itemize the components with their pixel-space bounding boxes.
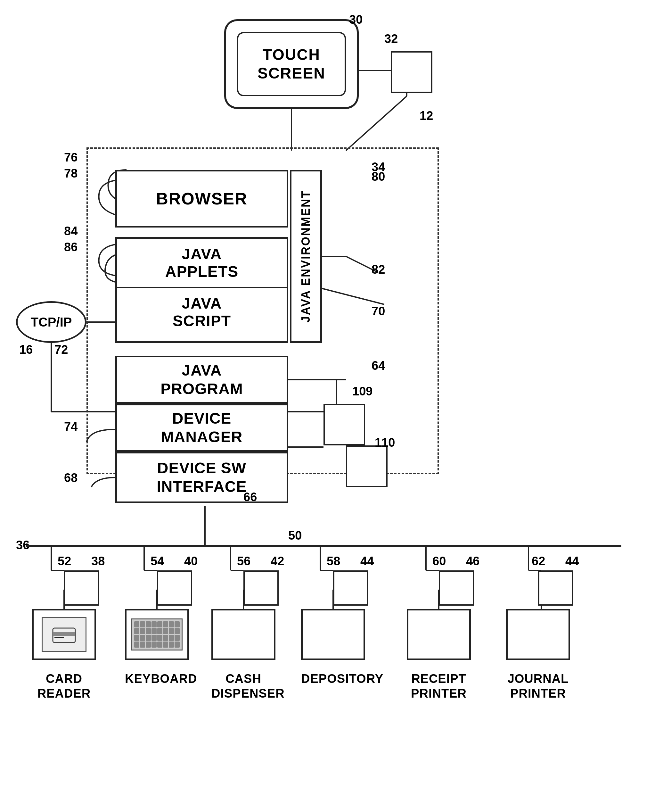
- journal-printer-label: JOURNALPRINTER: [506, 672, 570, 701]
- ref-110: 110: [375, 436, 395, 450]
- card-reader-box: [32, 609, 96, 660]
- depository-label: DEPOSITORY: [301, 672, 365, 686]
- cash-dispenser-box: [211, 609, 276, 660]
- keyboard-label: KEYBOARD: [125, 672, 189, 686]
- card-icon-svg: [51, 625, 77, 644]
- java-script-label: JAVASCRIPT: [117, 288, 287, 336]
- device-manager-box: DEVICEMANAGER: [115, 404, 288, 452]
- tcpip-ellipse: TCP/IP: [16, 301, 87, 343]
- tcpip-label: TCP/IP: [31, 315, 72, 329]
- depository-group: 58 44 DEPOSITORY: [301, 570, 336, 606]
- ref-74: 74: [64, 420, 78, 433]
- ref-16: 16: [19, 343, 33, 357]
- java-applets-label: JAVAAPPLETS: [117, 239, 287, 288]
- box-52: [64, 570, 99, 606]
- card-reader-label: CARDREADER: [32, 672, 96, 701]
- box-62: [538, 570, 573, 606]
- receipt-printer-label: RECEIPTPRINTER: [407, 672, 471, 701]
- card-reader-group: 52 38 CARDREADER: [32, 570, 67, 606]
- receipt-printer-box: [407, 609, 471, 660]
- bus-line: [26, 545, 622, 547]
- ref-40: 40: [184, 554, 198, 568]
- touch-screen-inner: TOUCHSCREEN: [237, 32, 346, 96]
- box-110: [346, 445, 388, 487]
- ref-62: 62: [532, 554, 545, 568]
- ref-54: 54: [150, 554, 164, 568]
- browser-label: BROWSER: [156, 189, 248, 208]
- ref-72: 72: [54, 343, 68, 357]
- ref-44b: 44: [565, 554, 579, 568]
- ref-46: 46: [466, 554, 479, 568]
- ref-68: 68: [64, 471, 78, 485]
- box-56: [244, 570, 279, 606]
- box-32: [391, 51, 433, 93]
- ref-86: 86: [64, 241, 78, 254]
- java-applets-box: JAVAAPPLETS JAVASCRIPT: [115, 237, 288, 343]
- ref-34: 34: [371, 160, 385, 174]
- ref-84: 84: [64, 224, 78, 238]
- touch-screen-label: TOUCHSCREEN: [257, 46, 325, 82]
- ref-64: 64: [371, 359, 385, 373]
- java-env-label: JAVA ENVIRONMENT: [299, 190, 313, 322]
- ref-12: 12: [420, 109, 433, 123]
- keyboard-icon: [131, 618, 182, 650]
- ref-60: 60: [433, 554, 446, 568]
- ref-32: 32: [384, 32, 398, 46]
- depository-box: [301, 609, 365, 660]
- box-58: [333, 570, 368, 606]
- keyboard-box: [125, 609, 189, 660]
- ref-42: 42: [271, 554, 284, 568]
- cash-dispenser-label: CASHDISPENSER: [211, 672, 276, 701]
- ref-56: 56: [237, 554, 250, 568]
- journal-printer-group: 62 44 JOURNALPRINTER: [506, 570, 541, 606]
- device-sw-label: DEVICE SWINTERFACE: [157, 459, 247, 496]
- ref-76: 76: [64, 151, 78, 164]
- journal-printer-box: [506, 609, 570, 660]
- ref-58: 58: [327, 554, 340, 568]
- browser-box: BROWSER: [115, 170, 288, 227]
- ref-78: 78: [64, 167, 78, 181]
- ref-70: 70: [371, 304, 385, 318]
- diagram: TOUCHSCREEN 30 32 12 BROWSER JAVA ENVIRO…: [0, 0, 671, 812]
- ref-50: 50: [288, 529, 302, 542]
- box-54: [157, 570, 192, 606]
- cash-dispenser-group: 56 42 CASHDISPENSER: [211, 570, 247, 606]
- ref-82: 82: [371, 263, 385, 276]
- touch-screen-box: TOUCHSCREEN: [224, 19, 359, 109]
- java-program-label: JAVAPROGRAM: [160, 361, 243, 398]
- ref-38: 38: [91, 554, 105, 568]
- java-env-bar: JAVA ENVIRONMENT: [290, 170, 322, 343]
- ref-109: 109: [353, 384, 373, 398]
- keyboard-group: 54 40 KEYBOARD: [125, 570, 160, 606]
- box-60: [439, 570, 474, 606]
- svg-rect-37: [53, 632, 75, 636]
- card-reader-icon: [42, 617, 87, 652]
- ref-66: 66: [244, 490, 257, 504]
- device-manager-label: DEVICEMANAGER: [161, 409, 243, 446]
- ref-52: 52: [58, 554, 71, 568]
- box-109: [324, 404, 365, 445]
- ref-44a: 44: [360, 554, 374, 568]
- device-sw-box: DEVICE SWINTERFACE: [115, 452, 288, 503]
- receipt-printer-group: 60 46 RECEIPTPRINTER: [407, 570, 442, 606]
- java-program-box: JAVAPROGRAM: [115, 356, 288, 404]
- ref-30: 30: [349, 13, 363, 27]
